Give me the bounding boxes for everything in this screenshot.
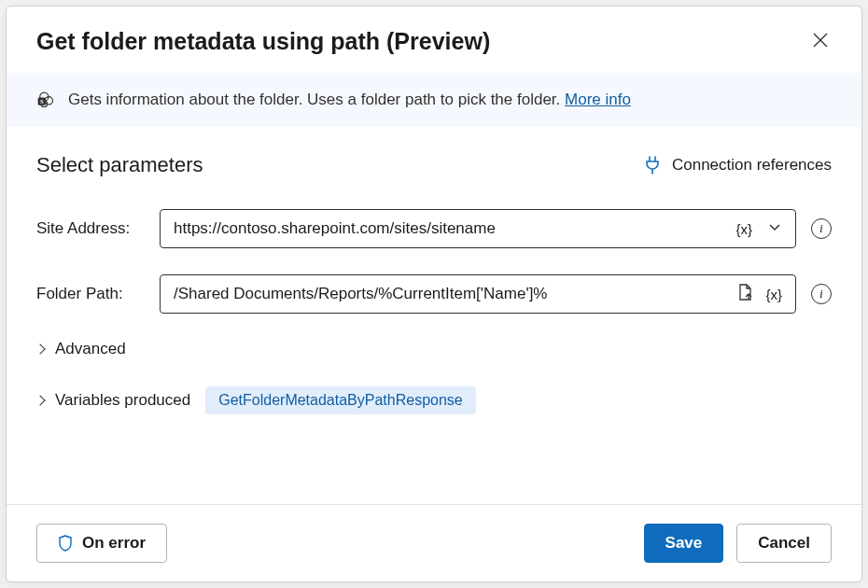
close-button[interactable]: [809, 27, 832, 56]
chevron-right-icon: [35, 343, 45, 354]
site-address-label: Site Address:: [36, 219, 145, 238]
save-button[interactable]: Save: [644, 524, 724, 563]
advanced-toggle[interactable]: Advanced: [36, 340, 832, 358]
folder-path-label: Folder Path:: [36, 285, 145, 303]
close-icon: [813, 33, 828, 48]
param-row-folder-path: Folder Path: {x} i: [36, 274, 832, 314]
info-description: Gets information about the folder. Uses …: [68, 91, 565, 108]
site-address-input[interactable]: [174, 219, 732, 238]
shield-icon: [58, 535, 73, 552]
variables-produced-toggle[interactable]: Variables produced GetFolderMetadataByPa…: [36, 386, 832, 414]
param-row-site-address: Site Address: {x} i: [36, 209, 832, 248]
on-error-button[interactable]: On error: [36, 524, 167, 563]
site-address-actions: {x}: [732, 219, 786, 239]
connection-references-link[interactable]: Connection references: [644, 156, 832, 175]
save-label: Save: [665, 534, 703, 553]
info-text: Gets information about the folder. Uses …: [68, 91, 631, 109]
variable-picker-button[interactable]: {x}: [732, 219, 756, 239]
variable-chip[interactable]: GetFolderMetadataByPathResponse: [205, 386, 475, 414]
variable-picker-button[interactable]: {x}: [762, 285, 786, 304]
chevron-down-icon: [767, 219, 782, 234]
more-info-link[interactable]: More info: [565, 91, 631, 108]
dialog-header: Get folder metadata using path (Preview): [7, 7, 861, 73]
dropdown-button[interactable]: [763, 219, 786, 239]
site-address-input-wrapper[interactable]: {x}: [160, 209, 796, 248]
sharepoint-icon: S: [36, 91, 55, 109]
dialog-footer: On error Save Cancel: [7, 504, 861, 581]
cancel-button[interactable]: Cancel: [736, 524, 832, 563]
section-title: Select parameters: [36, 153, 203, 177]
info-icon: i: [819, 222, 822, 236]
on-error-label: On error: [82, 534, 146, 553]
folder-path-input[interactable]: [174, 285, 737, 303]
connection-references-label: Connection references: [672, 156, 832, 175]
cancel-label: Cancel: [758, 534, 810, 553]
file-picker-button[interactable]: [737, 283, 754, 306]
folder-path-info-button[interactable]: i: [811, 284, 832, 304]
plug-icon: [644, 156, 661, 175]
file-arrow-icon: [737, 283, 754, 301]
dialog: Get folder metadata using path (Preview)…: [6, 6, 862, 582]
dialog-body: Select parameters Connection references …: [7, 127, 861, 504]
info-bar: S Gets information about the folder. Use…: [7, 73, 861, 127]
svg-text:S: S: [40, 98, 44, 105]
section-header-row: Select parameters Connection references: [36, 153, 832, 177]
footer-right: Save Cancel: [644, 524, 832, 563]
advanced-label: Advanced: [55, 340, 126, 358]
site-address-info-button[interactable]: i: [811, 218, 832, 239]
variables-produced-label: Variables produced: [55, 391, 190, 410]
dialog-title: Get folder metadata using path (Preview): [36, 28, 490, 55]
chevron-right-icon: [35, 395, 45, 405]
folder-path-actions: {x}: [737, 283, 786, 306]
info-icon: i: [819, 287, 822, 301]
folder-path-input-wrapper[interactable]: {x}: [160, 274, 796, 314]
